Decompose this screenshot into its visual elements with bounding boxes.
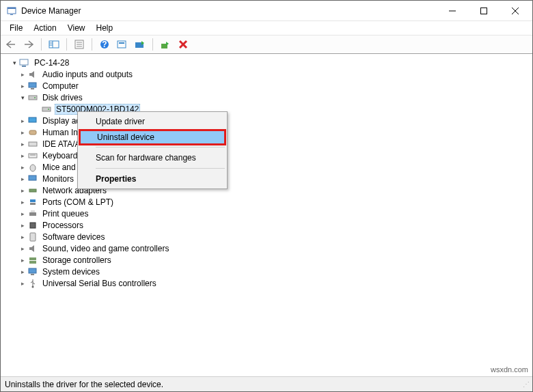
expand-icon[interactable]: ▸ [18,83,27,89]
svg-point-28 [34,97,36,98]
forward-button[interactable] [21,37,36,52]
sound-icon [27,243,38,254]
menu-action[interactable]: Action [29,22,61,34]
tree-category[interactable]: ▸Ports (COM & LPT) [6,196,527,208]
menu-view[interactable]: View [63,22,90,34]
svg-point-49 [32,285,34,288]
tree-category[interactable]: ▸Sound, video and game controllers [6,242,527,254]
collapse-icon[interactable]: ▾ [10,59,18,66]
svg-text:?: ? [102,40,107,49]
help-icon[interactable]: ? [97,37,112,52]
update-driver-icon[interactable] [133,37,148,52]
device-tree[interactable]: ▾ PC-14-28 ▸Audio inputs and outputs ▸Co… [6,57,527,374]
display-icon [27,115,38,126]
menu-update-driver[interactable]: Update driver [79,113,226,130]
menu-help[interactable]: Help [92,22,118,34]
menu-scan-hardware[interactable]: Scan for hardware changes [79,150,226,166]
expand-icon[interactable]: ▸ [18,210,27,217]
svg-rect-23 [20,59,28,65]
svg-rect-37 [29,176,36,180]
expand-icon[interactable]: ▸ [18,152,27,159]
app-icon [6,5,17,16]
toolbar: ? [1,35,532,54]
tree-category[interactable]: ▸Processors [6,219,527,231]
svg-rect-25 [29,83,36,87]
tree-category[interactable]: ▸Audio inputs and outputs [6,68,527,80]
close-button[interactable] [500,1,531,20]
svg-rect-38 [29,189,36,192]
disk-icon [27,92,38,103]
menu-uninstall-device[interactable]: Uninstall device [79,129,226,145]
tree-category[interactable]: ▸System devices [6,266,527,277]
svg-rect-29 [42,107,51,111]
expand-icon[interactable]: ▸ [18,164,27,171]
svg-rect-31 [29,117,36,122]
scan-icon[interactable] [115,37,130,52]
tree-category[interactable]: ▸Software devices [6,231,527,242]
system-icon [27,266,38,277]
expand-icon[interactable]: ▸ [18,268,27,275]
tree-category[interactable]: ▸Universal Serial Bus controllers [6,277,527,289]
svg-rect-4 [481,8,487,14]
processor-icon [27,220,38,231]
computer-icon [27,81,38,92]
mouse-icon [27,162,38,173]
svg-rect-45 [29,257,36,260]
svg-rect-18 [119,42,124,44]
hid-icon [27,127,38,138]
tree-category[interactable]: ▸Computer [6,80,527,92]
tree-category-disk-drives[interactable]: ▾Disk drives [6,92,527,103]
network-icon [27,185,38,196]
expand-icon[interactable]: ▸ [18,280,27,287]
svg-rect-43 [30,223,36,228]
svg-rect-26 [31,88,34,89]
port-icon [27,197,38,208]
svg-rect-41 [29,212,36,216]
disk-icon [41,104,52,115]
context-menu: Update driver Uninstall device Scan for … [77,111,228,189]
expand-icon[interactable]: ▸ [18,257,27,264]
window-title: Device Manager [21,6,437,16]
svg-rect-7 [49,41,59,48]
expand-icon[interactable]: ▸ [18,117,27,124]
tree-root[interactable]: ▾ PC-14-28 [6,57,527,68]
svg-rect-2 [10,14,13,15]
back-button[interactable] [3,37,18,52]
properties-icon[interactable] [72,37,87,52]
menu-file[interactable]: File [5,22,27,34]
expand-icon[interactable]: ▸ [18,222,27,229]
svg-rect-44 [30,233,36,241]
computer-icon [19,57,30,68]
expand-icon[interactable]: ▸ [18,141,27,148]
collapse-icon[interactable]: ▾ [18,94,27,101]
menu-separator [96,168,225,169]
expand-icon[interactable]: ▸ [18,187,27,194]
svg-rect-46 [29,261,36,264]
maximize-button[interactable] [468,1,500,20]
expand-icon[interactable]: ▸ [18,234,27,240]
printer-icon [27,208,38,219]
show-hidden-icon[interactable] [46,37,62,52]
expand-icon[interactable]: ▸ [18,245,27,252]
enable-icon[interactable] [158,37,173,52]
tree-category[interactable]: ▸Storage controllers [6,254,527,266]
svg-rect-32 [29,130,36,135]
menubar: File Action View Help [1,21,532,35]
svg-rect-34 [29,154,37,158]
expand-icon[interactable]: ▸ [18,176,27,182]
svg-rect-39 [30,199,36,202]
keyboard-icon [27,150,38,161]
expand-icon[interactable]: ▸ [18,129,27,136]
menu-properties[interactable]: Properties [79,171,226,187]
uninstall-icon[interactable] [176,37,191,52]
minimize-button[interactable] [437,1,468,20]
titlebar: Device Manager [1,1,532,21]
expand-icon[interactable]: ▸ [18,71,27,78]
expand-icon[interactable]: ▸ [18,199,27,206]
svg-rect-48 [31,274,34,275]
svg-rect-47 [29,268,36,273]
tree-category[interactable]: ▸Print queues [6,208,527,219]
svg-rect-40 [30,203,36,205]
resize-grip[interactable]: ⋰ [523,380,528,388]
watermark: wsxdn.com [491,365,528,374]
